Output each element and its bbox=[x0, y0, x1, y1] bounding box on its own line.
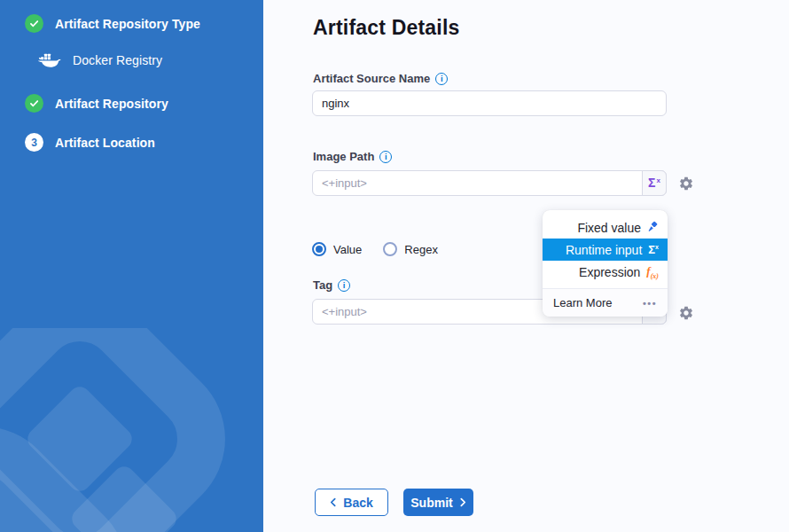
radio-unselected-icon bbox=[383, 242, 397, 256]
menu-item-label: Expression bbox=[579, 265, 640, 279]
wizard-sidebar: Artifact Repository Type Docker Registry… bbox=[0, 0, 263, 532]
step-label: Artifact Repository Type bbox=[55, 17, 200, 31]
image-path-label: Image Path i bbox=[313, 150, 392, 163]
menu-learn-more[interactable]: Learn More ••• bbox=[543, 288, 668, 317]
info-icon[interactable]: i bbox=[338, 279, 350, 292]
value-type-menu: Fixed value Runtime input Σx Expression … bbox=[543, 210, 668, 317]
step-label: Docker Registry bbox=[73, 53, 162, 67]
sigma-icon: Σx bbox=[648, 243, 659, 256]
radio-label: Regex bbox=[404, 243, 438, 256]
step-label: Artifact Location bbox=[55, 136, 155, 150]
chevron-right-icon bbox=[460, 496, 466, 510]
field-label-text: Tag bbox=[313, 278, 332, 292]
expression-fx-icon: f(x) bbox=[646, 264, 659, 280]
artifact-source-name-input[interactable] bbox=[312, 90, 667, 116]
step-number-badge: 3 bbox=[25, 133, 43, 152]
ellipsis-icon[interactable]: ••• bbox=[643, 298, 657, 309]
step-complete-icon bbox=[25, 14, 43, 33]
harness-logo-watermark bbox=[0, 328, 263, 532]
back-button-label: Back bbox=[343, 496, 372, 510]
learn-more-label: Learn More bbox=[553, 296, 612, 309]
docker-icon bbox=[37, 51, 61, 69]
info-icon[interactable]: i bbox=[379, 151, 392, 163]
menu-item-fixed-value[interactable]: Fixed value bbox=[543, 216, 668, 239]
tag-label: Tag i bbox=[313, 278, 350, 292]
runtime-input-type-button[interactable]: Σx bbox=[642, 170, 667, 196]
field-label-text: Image Path bbox=[313, 150, 374, 163]
sigma-sup: x bbox=[656, 176, 660, 184]
step-complete-icon bbox=[25, 94, 43, 113]
submit-button[interactable]: Submit bbox=[403, 489, 473, 516]
menu-item-label: Runtime input bbox=[566, 243, 642, 257]
back-button[interactable]: Back bbox=[315, 489, 388, 516]
submit-button-label: Submit bbox=[410, 496, 452, 510]
pin-icon bbox=[647, 221, 659, 235]
tag-match-radio-group: Value Regex bbox=[312, 242, 438, 256]
radio-label: Value bbox=[333, 243, 362, 256]
artifact-source-name-label: Artifact Source Name i bbox=[313, 72, 448, 85]
artifact-details-panel: Artifact Details Artifact Source Name i … bbox=[263, 0, 789, 532]
sidebar-step-docker-registry[interactable]: Docker Registry bbox=[37, 51, 162, 69]
page-title: Artifact Details bbox=[313, 16, 460, 40]
image-path-field: Σx bbox=[312, 170, 667, 196]
settings-gear-icon[interactable] bbox=[678, 305, 694, 321]
radio-selected-icon bbox=[312, 242, 326, 256]
image-path-input[interactable] bbox=[312, 170, 667, 196]
info-icon[interactable]: i bbox=[435, 73, 448, 85]
sidebar-step-artifact-repository[interactable]: Artifact Repository bbox=[25, 94, 168, 113]
menu-item-expression[interactable]: Expression f(x) bbox=[543, 261, 668, 283]
radio-regex[interactable]: Regex bbox=[383, 242, 438, 256]
settings-gear-icon[interactable] bbox=[678, 176, 694, 192]
chevron-left-icon bbox=[330, 496, 336, 510]
radio-value[interactable]: Value bbox=[312, 242, 362, 256]
sigma-icon: Σ bbox=[648, 176, 655, 190]
menu-item-label: Fixed value bbox=[577, 221, 641, 235]
step-label: Artifact Repository bbox=[55, 97, 168, 111]
menu-item-runtime-input[interactable]: Runtime input Σx bbox=[543, 239, 668, 261]
field-label-text: Artifact Source Name bbox=[313, 72, 430, 85]
sidebar-step-artifact-repository-type[interactable]: Artifact Repository Type bbox=[25, 14, 200, 33]
sidebar-step-artifact-location[interactable]: 3 Artifact Location bbox=[25, 133, 155, 152]
